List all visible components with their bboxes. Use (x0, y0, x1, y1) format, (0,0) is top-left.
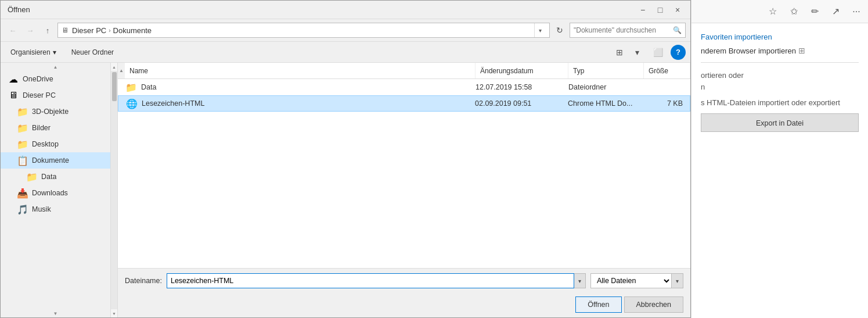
view-controls: ⊞ ▾ (611, 45, 645, 60)
help-button[interactable]: ? (671, 45, 686, 60)
organize-label: Organisieren (10, 48, 51, 56)
toolbar-row: Organisieren ▾ Neuer Ordner ⊞ ▾ ⬜ ? (1, 42, 690, 63)
sidebar-scrollbar: ▲ ▼ (111, 63, 118, 317)
view-grid-button[interactable]: ⊞ (611, 45, 628, 60)
col-header-size[interactable]: Größe (644, 63, 690, 78)
sidebar-scroll-up[interactable]: ▲ (1, 63, 110, 71)
file-type-lesezeichen: Chrome HTML Do... (568, 99, 643, 108)
3d-objekte-icon: 📁 (17, 106, 28, 117)
sidebar-item-downloads[interactable]: 📥 Downloads (1, 185, 110, 201)
forward-button[interactable]: → (23, 23, 38, 38)
col-header-date[interactable]: Änderungsdatum (476, 63, 568, 78)
file-date-data: 12.07.2019 15:58 (476, 83, 568, 91)
bottom-area: Dateiname: ▾ Alle Dateien ▾ Öffnen Abbre… (118, 268, 690, 317)
more-button[interactable]: ··· (849, 5, 863, 19)
col-header-type[interactable]: Typ (568, 63, 644, 78)
sidebar-item-bilder[interactable]: 📁 Bilder (1, 120, 110, 136)
main-content: ▲ ☁ OneDrive 🖥 Dieser PC 📁 3D-Objekte 📁 … (1, 63, 690, 317)
file-dialog: Öffnen − □ × ← → ↑ 🖥 Dieser PC › Dokumen… (0, 0, 691, 318)
reading-list-button[interactable]: ✩ (787, 5, 801, 19)
import-sub-text: n (701, 83, 705, 91)
path-icon: 🖥 (62, 26, 69, 34)
downloads-icon: 📥 (17, 188, 28, 199)
sidebar-scroll: ☁ OneDrive 🖥 Dieser PC 📁 3D-Objekte 📁 Bi… (1, 71, 110, 309)
file-type-data: Dateiordner (568, 83, 644, 91)
maximize-button[interactable]: □ (652, 3, 668, 16)
chrome-icon: 🌐 (125, 98, 138, 109)
sidebar-item-data[interactable]: 📁 Data (1, 169, 110, 185)
path-part-dokumente: Dokumente (113, 26, 152, 35)
browser-content: Favoriten importieren nderem Browser imp… (691, 23, 868, 318)
sidebar-item-onedrive[interactable]: ☁ OneDrive (1, 71, 110, 87)
refresh-button[interactable]: ↻ (552, 23, 567, 38)
path-separator-1: › (109, 27, 110, 34)
favoriten-importieren-link[interactable]: Favoriten importieren (701, 33, 772, 41)
organize-arrow-icon: ▾ (53, 48, 56, 56)
table-row[interactable]: 📁 Data 12.07.2019 15:58 Dateiordner (118, 79, 690, 95)
sidebar-item-musik[interactable]: 🎵 Musik (1, 201, 110, 217)
sidebar-scroll-down[interactable]: ▼ (1, 309, 110, 317)
table-row[interactable]: 🌐 Lesezeichen-HTML 02.09.2019 09:51 Chro… (118, 95, 690, 112)
bottom-buttons: Öffnen Abbrechen (125, 296, 683, 313)
export-to-file-button[interactable]: Export in Datei (701, 113, 859, 132)
up-button[interactable]: ↑ (40, 23, 55, 38)
title-bar: Öffnen − □ × (1, 1, 690, 19)
sidebar-label-3d-objekte: 3D-Objekte (32, 108, 69, 116)
sidebar-label-data: Data (41, 173, 56, 181)
sidebar-item-dokumente[interactable]: 📋 Dokumente (1, 152, 110, 169)
pane-button[interactable]: ⬜ (650, 45, 666, 60)
col-type-label: Typ (573, 67, 584, 75)
file-list: 📁 Data 12.07.2019 15:58 Dateiordner 🌐 Le… (118, 79, 690, 268)
new-folder-button[interactable]: Neuer Ordner (66, 45, 119, 60)
sidebar-item-dieser-pc[interactable]: 🖥 Dieser PC (1, 87, 110, 103)
cancel-button[interactable]: Abbrechen (624, 296, 683, 313)
file-scroll-up[interactable]: ▲ (118, 63, 125, 78)
dieser-pc-icon: 🖥 (8, 90, 19, 101)
filename-label: Dateiname: (125, 277, 162, 285)
sidebar-item-3d-objekte[interactable]: 📁 3D-Objekte (1, 103, 110, 120)
sidebar-label-dokumente: Dokumente (32, 156, 69, 165)
onedrive-icon: ☁ (8, 74, 19, 85)
pen-button[interactable]: ✏ (808, 5, 822, 19)
search-input[interactable] (574, 26, 671, 34)
close-button[interactable]: × (669, 3, 686, 16)
filename-row: Dateiname: ▾ Alle Dateien ▾ (125, 273, 683, 288)
file-date-lesezeichen: 02.09.2019 09:51 (475, 99, 568, 108)
file-header: ▲ Name Änderungsdatum Typ Größe (118, 63, 690, 79)
filetype-dropdown-button[interactable]: ▾ (672, 273, 683, 288)
sidebar-label-onedrive: OneDrive (23, 75, 53, 83)
import-or-container: ortieren oder n (701, 70, 859, 92)
file-size-lesezeichen: 7 KB (643, 99, 690, 108)
folder-icon: 📁 (125, 82, 138, 93)
col-header-name[interactable]: Name (125, 63, 476, 78)
sidebar-label-dieser-pc: Dieser PC (23, 91, 56, 99)
open-button[interactable]: Öffnen (575, 296, 621, 313)
sb-thumb (112, 72, 117, 101)
desktop-icon: 📁 (17, 139, 28, 150)
sb-track[interactable] (111, 71, 117, 309)
file-name-lesezeichen: Lesezeichen-HTML (138, 99, 475, 108)
window-controls: − □ × (635, 3, 686, 16)
musik-icon: 🎵 (17, 204, 28, 215)
sidebar: ▲ ☁ OneDrive 🖥 Dieser PC 📁 3D-Objekte 📁 … (1, 63, 111, 317)
data-icon: 📁 (26, 171, 38, 183)
address-dropdown-icon[interactable]: ▾ (534, 23, 546, 37)
sidebar-label-desktop: Desktop (32, 140, 59, 148)
filename-dropdown-button[interactable]: ▾ (574, 273, 586, 288)
col-name-label: Name (129, 67, 148, 75)
back-button[interactable]: ← (5, 23, 20, 38)
search-box[interactable]: 🔍 (570, 23, 686, 38)
sidebar-item-desktop[interactable]: 📁 Desktop (1, 136, 110, 152)
view-dropdown-button[interactable]: ▾ (629, 45, 645, 60)
share-button[interactable]: ↗ (829, 5, 842, 19)
minimize-button[interactable]: − (635, 3, 651, 16)
organize-button[interactable]: Organisieren ▾ (5, 45, 62, 60)
import-browser-text: nderem Browser importieren (701, 47, 796, 55)
sb-down-arrow[interactable]: ▼ (111, 309, 117, 317)
star-button[interactable]: ☆ (766, 5, 780, 19)
sb-up-arrow[interactable]: ▲ (111, 63, 117, 71)
address-box[interactable]: 🖥 Dieser PC › Dokumente ▾ (57, 23, 550, 38)
filetype-select[interactable]: Alle Dateien (590, 273, 672, 288)
filename-input[interactable] (167, 273, 574, 288)
import-or-text: ortieren oder (701, 71, 744, 80)
